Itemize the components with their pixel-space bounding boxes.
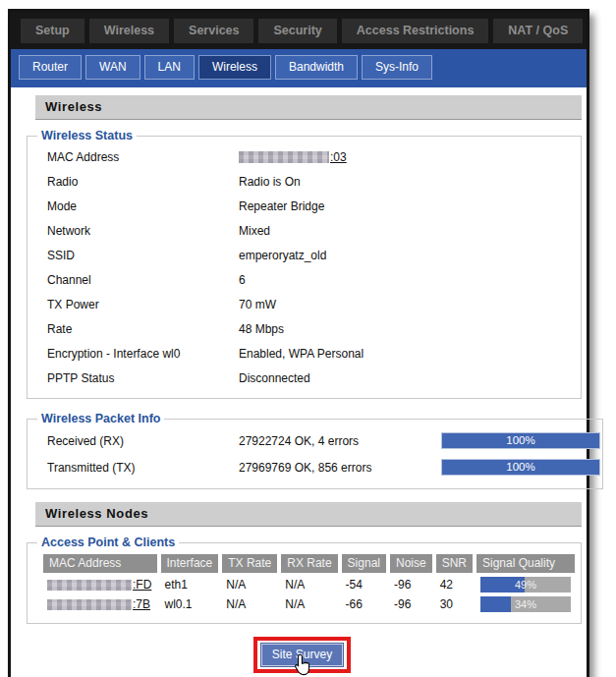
status-row-ssid: SSID emperoryatz_old — [35, 243, 579, 267]
tab-setup[interactable]: Setup — [21, 19, 84, 43]
subtab-sys-info[interactable]: Sys-Info — [362, 55, 432, 80]
status-row-radio: Radio Radio is On — [35, 169, 579, 194]
field-label: Received (RX) — [35, 434, 239, 448]
tab-security[interactable]: Security — [258, 19, 336, 43]
field-label: TX Power — [35, 298, 239, 311]
field-value: Mixed — [239, 224, 270, 238]
tab-access-restrictions[interactable]: Access Restrictions — [342, 19, 489, 43]
mac-address-value: :03 — [239, 150, 347, 164]
cell-signal: -54 — [342, 576, 386, 592]
cell-interface: eth1 — [161, 576, 219, 592]
packet-row-tx: Transmitted (TX) 27969769 OK, 856 errors… — [35, 454, 600, 480]
field-value: 70 mW — [239, 298, 276, 311]
field-label: SSID — [35, 249, 239, 262]
field-value: 27922724 OK, 4 errors — [239, 434, 441, 448]
tab-nat-qos[interactable]: NAT / QoS — [493, 19, 583, 43]
tx-progress-bar: 100% — [441, 459, 600, 476]
status-row-mac: MAC Address :03 — [35, 144, 579, 169]
subtab-bandwidth[interactable]: Bandwidth — [275, 55, 358, 80]
field-label: Encryption - Interface wl0 — [35, 347, 239, 361]
field-value: Repeater Bridge — [239, 199, 324, 213]
packet-row-rx: Received (RX) 27922724 OK, 4 errors 100% — [35, 427, 600, 454]
cell-signal: -66 — [342, 595, 386, 612]
section-header-wireless: Wireless — [35, 95, 582, 120]
signal-quality-bar: 34% — [480, 596, 571, 612]
site-survey-area: Site Survey — [23, 637, 582, 673]
table-header-row: MAC Address Interface TX Rate RX Rate Si… — [43, 554, 575, 573]
section-header-wireless-nodes: Wireless Nodes — [35, 502, 582, 527]
field-label: MAC Address — [35, 150, 239, 164]
signal-quality-bar: 49% — [480, 577, 571, 592]
packet-info-legend: Wireless Packet Info — [37, 412, 164, 425]
field-value: 48 Mbps — [239, 322, 284, 336]
red-highlight-box: Site Survey — [253, 637, 351, 673]
field-value: Disconnected — [239, 371, 310, 385]
field-label: Network — [35, 224, 239, 238]
node-mac-link[interactable]: :7B — [133, 597, 150, 611]
router-admin-window: Setup Wireless Services Security Access … — [8, 9, 589, 677]
status-row-encryption: Encryption - Interface wl0 Enabled, WPA … — [35, 341, 579, 366]
field-label: Channel — [35, 273, 239, 287]
masked-mac-block — [239, 151, 329, 163]
col-signal: Signal — [342, 554, 386, 573]
status-row-network: Network Mixed — [35, 218, 579, 243]
cell-tx-rate: N/A — [222, 595, 277, 612]
main-navigation: Setup Wireless Services Security Access … — [11, 12, 587, 49]
cell-snr: 30 — [436, 595, 473, 612]
cell-interface: wl0.1 — [161, 595, 219, 612]
masked-mac-block — [47, 599, 132, 610]
field-value: 6 — [239, 273, 246, 287]
col-interface: Interface — [161, 554, 219, 573]
field-value: Enabled, WPA Personal — [239, 347, 364, 361]
hand-cursor-icon — [294, 653, 312, 677]
page-content: Wireless Wireless Status MAC Address :03… — [11, 87, 587, 673]
node-mac-link[interactable]: :FD — [133, 578, 151, 592]
cell-rx-rate: N/A — [281, 595, 337, 612]
field-label: Radio — [35, 175, 239, 189]
access-points-table: MAC Address Interface TX Rate RX Rate Si… — [39, 551, 579, 615]
col-noise: Noise — [390, 554, 432, 573]
cell-noise: -96 — [390, 576, 432, 592]
mac-address-link[interactable]: :03 — [330, 150, 347, 164]
table-row: :7B wl0.1 N/A N/A -66 -96 30 34% — [43, 595, 575, 612]
col-signal-quality: Signal Quality — [476, 554, 575, 573]
field-value: 27969769 OK, 856 errors — [239, 461, 441, 475]
status-row-channel: Channel 6 — [35, 267, 579, 292]
access-points-legend: Access Point & Clients — [37, 536, 179, 549]
status-row-rate: Rate 48 Mbps — [35, 316, 579, 341]
field-value: Radio is On — [239, 175, 301, 189]
packet-info-panel: Wireless Packet Info Received (RX) 27922… — [27, 412, 603, 489]
subtab-lan[interactable]: LAN — [144, 55, 195, 80]
tab-wireless[interactable]: Wireless — [89, 19, 169, 43]
subtab-router[interactable]: Router — [19, 55, 82, 80]
masked-mac-block — [47, 580, 132, 591]
access-points-panel: Access Point & Clients MAC Address Inter… — [27, 536, 582, 624]
tab-services[interactable]: Services — [174, 19, 253, 43]
cell-rx-rate: N/A — [281, 576, 337, 592]
cell-tx-rate: N/A — [222, 576, 277, 592]
field-label: PPTP Status — [35, 371, 239, 385]
subtab-wireless-active[interactable]: Wireless — [198, 55, 271, 80]
table-row: :FD eth1 N/A N/A -54 -96 42 49% — [43, 576, 575, 592]
col-snr: SNR — [436, 554, 473, 573]
wireless-status-legend: Wireless Status — [37, 129, 137, 142]
col-rx-rate: RX Rate — [281, 554, 337, 573]
col-tx-rate: TX Rate — [222, 554, 277, 573]
col-mac-address: MAC Address — [43, 554, 157, 573]
cell-noise: -96 — [390, 595, 432, 612]
status-row-tx-power: TX Power 70 mW — [35, 292, 579, 316]
cell-snr: 42 — [436, 576, 473, 592]
field-label: Transmitted (TX) — [35, 461, 239, 475]
status-row-pptp: PPTP Status Disconnected — [35, 366, 579, 390]
field-label: Mode — [35, 199, 239, 213]
rx-progress-bar: 100% — [441, 432, 600, 449]
field-value: emperoryatz_old — [239, 249, 326, 262]
wireless-status-panel: Wireless Status MAC Address :03 Radio Ra… — [27, 129, 582, 399]
sub-navigation: Router WAN LAN Wireless Bandwidth Sys-In… — [11, 49, 587, 87]
status-row-mode: Mode Repeater Bridge — [35, 194, 579, 218]
field-label: Rate — [35, 322, 239, 336]
subtab-wan[interactable]: WAN — [85, 55, 140, 80]
